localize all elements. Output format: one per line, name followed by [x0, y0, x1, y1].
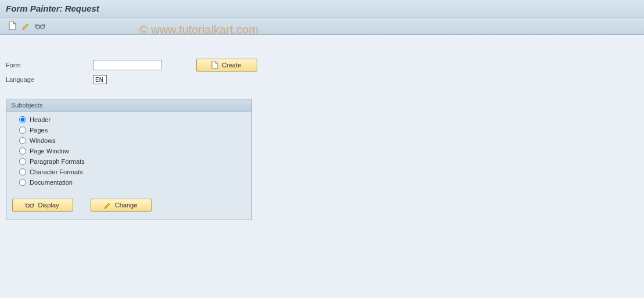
display-button-label: Display — [38, 202, 59, 209]
radio-windows-input[interactable] — [19, 137, 26, 144]
pencil-icon — [22, 22, 30, 30]
display-button[interactable]: Display — [12, 199, 73, 211]
svg-point-0 — [36, 24, 39, 28]
radio-documentation[interactable]: Documentation — [19, 179, 246, 186]
language-row: Language — [6, 75, 638, 84]
radio-paragraph-formats[interactable]: Paragraph Formats — [19, 158, 246, 165]
radio-page-window-label: Page Window — [30, 148, 69, 155]
subobjects-group: Subobjects Header Pages Windows Page Win… — [6, 99, 252, 220]
radio-documentation-input[interactable] — [19, 179, 26, 186]
radio-windows[interactable]: Windows — [19, 137, 246, 144]
radio-paragraph-formats-input[interactable] — [19, 158, 26, 165]
radio-page-window-input[interactable] — [19, 148, 26, 155]
radio-documentation-label: Documentation — [30, 179, 73, 186]
title-bar: Form Painter: Request — [0, 0, 644, 17]
change-button-label: Change — [115, 202, 138, 209]
form-row: Form Create — [6, 59, 638, 71]
radio-header-label: Header — [30, 116, 51, 123]
content-area: Form Create Language Subobjects Header P… — [0, 35, 644, 298]
svg-point-3 — [30, 204, 34, 207]
radio-pages-label: Pages — [30, 127, 48, 134]
language-label: Language — [6, 76, 93, 83]
form-label: Form — [6, 62, 93, 69]
subobjects-buttons: Display Change — [6, 192, 251, 220]
radio-header-input[interactable] — [19, 116, 26, 123]
create-button[interactable]: Create — [196, 59, 257, 71]
radio-windows-label: Windows — [30, 137, 56, 144]
subobjects-title: Subobjects — [6, 99, 251, 112]
form-input[interactable] — [93, 60, 161, 70]
change-button[interactable]: Change — [91, 199, 152, 211]
subobjects-radios: Header Pages Windows Page Window Paragra… — [6, 112, 251, 192]
radio-character-formats-label: Character Formats — [30, 168, 83, 175]
page-title: Form Painter: Request — [6, 3, 99, 13]
toolbar-new-button[interactable] — [6, 20, 19, 32]
toolbar — [0, 17, 644, 35]
svg-point-1 — [41, 24, 44, 28]
document-icon — [211, 61, 218, 69]
pencil-icon — [104, 202, 111, 209]
create-button-label: Create — [222, 62, 241, 69]
toolbar-edit-button[interactable] — [20, 20, 33, 32]
radio-header[interactable]: Header — [19, 116, 246, 123]
radio-character-formats[interactable]: Character Formats — [19, 168, 246, 175]
radio-character-formats-input[interactable] — [19, 168, 26, 175]
radio-pages-input[interactable] — [19, 127, 26, 134]
radio-paragraph-formats-label: Paragraph Formats — [30, 158, 85, 165]
glasses-icon — [25, 202, 34, 208]
toolbar-display-button[interactable] — [34, 20, 46, 32]
language-input[interactable] — [93, 75, 107, 84]
radio-pages[interactable]: Pages — [19, 127, 246, 134]
radio-page-window[interactable]: Page Window — [19, 148, 246, 155]
glasses-icon — [35, 23, 45, 30]
svg-point-2 — [26, 204, 30, 207]
document-icon — [9, 21, 16, 30]
